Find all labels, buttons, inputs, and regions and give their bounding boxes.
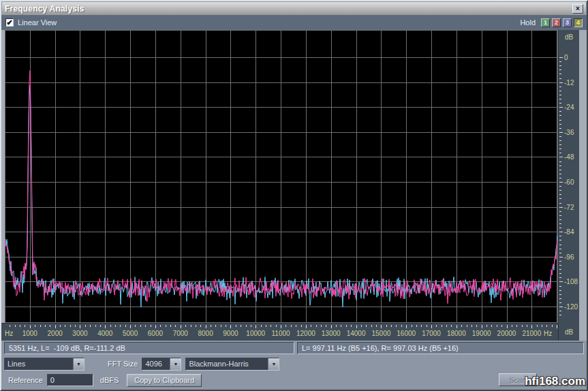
toolbar: ✔ Linear View Hold 1234: [1, 15, 587, 30]
db-minor-tick: [559, 124, 561, 125]
chevron-down-icon[interactable]: ▼: [73, 358, 84, 370]
hz-minor-tick: [301, 325, 302, 327]
watermark: hfi168.com: [525, 375, 585, 388]
hz-minor-tick: [236, 325, 236, 327]
hz-minor-tick: [321, 325, 322, 327]
hz-minor-tick: [196, 325, 196, 327]
hz-tick-label: 8000: [192, 330, 219, 337]
close-button[interactable]: ×: [572, 4, 583, 14]
hz-minor-tick: [50, 325, 50, 327]
hz-minor-tick: [471, 325, 472, 327]
hz-minor-tick: [285, 325, 286, 327]
hz-minor-tick: [246, 325, 247, 327]
db-major-tick: [559, 257, 563, 257]
linear-view-checkbox[interactable]: ✔: [5, 18, 14, 27]
hz-minor-tick: [366, 325, 367, 327]
hz-major-tick: [306, 325, 307, 328]
hz-tick-label: 21000: [518, 330, 545, 337]
copy-to-clipboard-button[interactable]: Copy to Clipboard: [127, 374, 202, 387]
db-tick-label: 0: [564, 54, 568, 61]
hold-button-4[interactable]: 4: [574, 18, 583, 27]
hz-minor-tick: [522, 325, 523, 327]
hz-tick-label: 12000: [292, 330, 320, 337]
hz-minor-tick: [416, 325, 417, 327]
reference-label: Reference: [8, 376, 43, 384]
hz-minor-tick: [396, 325, 397, 327]
db-minor-tick: [559, 87, 561, 87]
status-bar: 5351 Hz, L= -109 dB, R=-111.2 dB L= 997.…: [1, 341, 587, 356]
window-function-select[interactable]: Blackmann-Harris ▼: [185, 358, 279, 371]
db-tick-label: -12: [564, 79, 574, 87]
hz-tick-label: 16000: [392, 330, 420, 337]
hz-tick-label: 7000: [167, 330, 194, 337]
hz-minor-tick: [442, 325, 442, 327]
hz-major-tick: [80, 325, 80, 328]
window-title: Frequency Analysis: [5, 4, 84, 14]
db-minor-tick: [559, 148, 561, 149]
hz-major-tick: [55, 325, 56, 328]
db-minor-tick: [559, 61, 561, 62]
db-minor-tick: [559, 215, 561, 216]
db-major-tick: [559, 107, 563, 108]
hz-minor-tick: [170, 325, 171, 327]
fft-size-select[interactable]: 4096 ▼: [142, 358, 181, 371]
hz-tick-label: 10000: [242, 330, 269, 337]
controls-row-2: Reference dBFS Copy to Clipboard Scan: [1, 372, 587, 388]
spectrum-plot[interactable]: [5, 30, 558, 323]
hz-major-tick: [130, 325, 131, 328]
frequency-analysis-window: Frequency Analysis × ✔ Linear View Hold …: [0, 0, 588, 391]
hz-minor-tick: [391, 325, 392, 327]
hz-minor-tick: [296, 325, 296, 327]
hz-tick-label: 18000: [443, 330, 470, 337]
db-minor-tick: [559, 128, 561, 129]
hz-minor-tick: [120, 325, 121, 327]
db-minor-tick: [559, 290, 561, 291]
db-minor-tick: [559, 174, 561, 174]
db-minor-tick: [559, 269, 561, 270]
hold-label: Hold: [520, 18, 536, 27]
hz-unit-label-right: Hz: [544, 330, 557, 337]
hold-button-3[interactable]: 3: [563, 18, 572, 27]
hz-minor-tick: [90, 325, 91, 327]
hold-button-2[interactable]: 2: [552, 18, 561, 27]
db-minor-tick: [559, 277, 561, 278]
hz-minor-tick: [427, 325, 427, 327]
title-bar[interactable]: Frequency Analysis ×: [2, 2, 586, 15]
hz-minor-tick: [351, 325, 352, 327]
db-tick-label: -72: [564, 204, 574, 211]
hz-tick-label: 15000: [367, 330, 394, 337]
hz-tick-label: 4000: [91, 330, 119, 337]
db-minor-tick: [559, 69, 561, 70]
chevron-down-icon[interactable]: ▼: [170, 358, 181, 370]
window-function-value: Blackmann-Harris: [186, 358, 268, 370]
hold-button-1[interactable]: 1: [541, 18, 550, 27]
hz-minor-tick: [501, 325, 502, 327]
hz-minor-tick: [45, 325, 46, 327]
hz-minor-tick: [346, 325, 347, 327]
hz-tick-label: 17000: [418, 330, 445, 337]
status-cursor-readout: 5351 Hz, L= -109 dB, R=-111.2 dB: [4, 342, 294, 354]
reference-input[interactable]: [47, 374, 93, 386]
hz-minor-tick: [135, 325, 136, 327]
db-major-tick: [559, 307, 563, 307]
status-peak-readout: L= 997.11 Hz (B5 +16), R= 997.03 Hz (B5 …: [297, 342, 584, 354]
hz-minor-tick: [361, 325, 362, 327]
fft-size-label: FFT Size: [108, 360, 138, 368]
db-minor-tick: [559, 286, 561, 287]
hz-minor-tick: [386, 325, 387, 327]
db-major-tick: [559, 182, 563, 183]
hz-minor-tick: [75, 325, 76, 327]
hz-major-tick: [105, 325, 106, 328]
hold-buttons: 1234: [539, 18, 583, 27]
db-minor-tick: [559, 265, 561, 266]
db-tick-label: -96: [564, 253, 574, 261]
display-mode-select[interactable]: Lines ▼: [4, 358, 84, 371]
hz-minor-tick: [100, 325, 101, 327]
db-major-tick: [559, 132, 563, 133]
hz-tick-label: 1000: [16, 330, 44, 337]
db-tick-label: -24: [564, 104, 574, 111]
hz-minor-tick: [226, 325, 226, 327]
hz-minor-tick: [241, 325, 241, 327]
hz-tick-label: 2000: [42, 330, 69, 337]
chevron-down-icon[interactable]: ▼: [268, 358, 279, 370]
